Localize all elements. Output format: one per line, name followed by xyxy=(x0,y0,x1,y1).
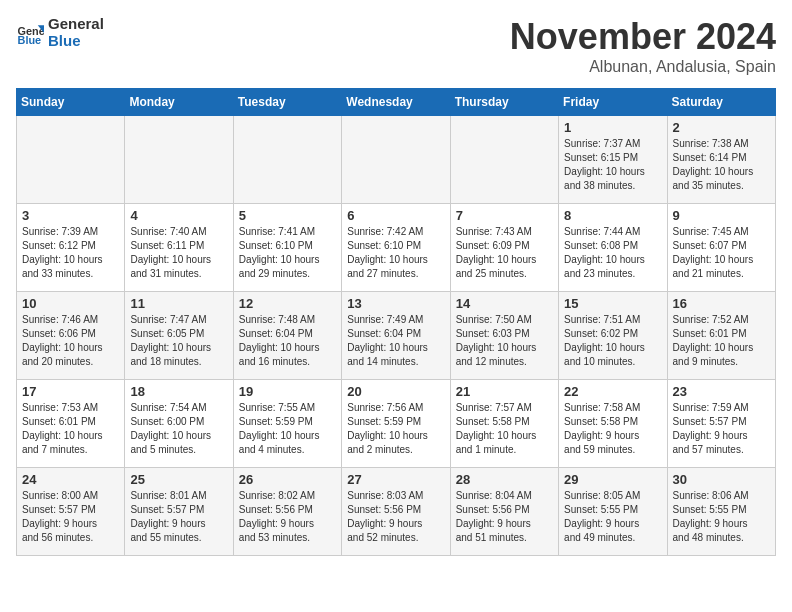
day-number: 23 xyxy=(673,384,770,399)
logo-icon: General Blue xyxy=(16,19,44,47)
day-number: 9 xyxy=(673,208,770,223)
day-info: Sunrise: 7:54 AM Sunset: 6:00 PM Dayligh… xyxy=(130,401,227,457)
calendar-cell: 15Sunrise: 7:51 AM Sunset: 6:02 PM Dayli… xyxy=(559,292,667,380)
day-info: Sunrise: 8:05 AM Sunset: 5:55 PM Dayligh… xyxy=(564,489,661,545)
day-info: Sunrise: 7:37 AM Sunset: 6:15 PM Dayligh… xyxy=(564,137,661,193)
day-number: 6 xyxy=(347,208,444,223)
day-number: 25 xyxy=(130,472,227,487)
calendar-cell: 30Sunrise: 8:06 AM Sunset: 5:55 PM Dayli… xyxy=(667,468,775,556)
calendar-cell: 2Sunrise: 7:38 AM Sunset: 6:14 PM Daylig… xyxy=(667,116,775,204)
calendar-cell xyxy=(342,116,450,204)
month-title: November 2024 xyxy=(510,16,776,58)
day-info: Sunrise: 7:57 AM Sunset: 5:58 PM Dayligh… xyxy=(456,401,553,457)
calendar-cell: 21Sunrise: 7:57 AM Sunset: 5:58 PM Dayli… xyxy=(450,380,558,468)
logo: General Blue General Blue xyxy=(16,16,104,49)
calendar-cell: 6Sunrise: 7:42 AM Sunset: 6:10 PM Daylig… xyxy=(342,204,450,292)
day-info: Sunrise: 7:38 AM Sunset: 6:14 PM Dayligh… xyxy=(673,137,770,193)
weekday-header-sunday: Sunday xyxy=(17,89,125,116)
day-info: Sunrise: 7:43 AM Sunset: 6:09 PM Dayligh… xyxy=(456,225,553,281)
calendar-cell xyxy=(233,116,341,204)
calendar-cell: 17Sunrise: 7:53 AM Sunset: 6:01 PM Dayli… xyxy=(17,380,125,468)
day-number: 8 xyxy=(564,208,661,223)
day-number: 26 xyxy=(239,472,336,487)
calendar-cell: 27Sunrise: 8:03 AM Sunset: 5:56 PM Dayli… xyxy=(342,468,450,556)
location-title: Albunan, Andalusia, Spain xyxy=(510,58,776,76)
day-info: Sunrise: 8:02 AM Sunset: 5:56 PM Dayligh… xyxy=(239,489,336,545)
day-info: Sunrise: 7:49 AM Sunset: 6:04 PM Dayligh… xyxy=(347,313,444,369)
weekday-header-saturday: Saturday xyxy=(667,89,775,116)
day-info: Sunrise: 7:41 AM Sunset: 6:10 PM Dayligh… xyxy=(239,225,336,281)
day-number: 5 xyxy=(239,208,336,223)
day-number: 17 xyxy=(22,384,119,399)
day-number: 20 xyxy=(347,384,444,399)
day-number: 21 xyxy=(456,384,553,399)
day-number: 28 xyxy=(456,472,553,487)
day-number: 4 xyxy=(130,208,227,223)
day-number: 11 xyxy=(130,296,227,311)
calendar-cell: 13Sunrise: 7:49 AM Sunset: 6:04 PM Dayli… xyxy=(342,292,450,380)
calendar-cell xyxy=(17,116,125,204)
calendar-cell: 18Sunrise: 7:54 AM Sunset: 6:00 PM Dayli… xyxy=(125,380,233,468)
day-number: 18 xyxy=(130,384,227,399)
title-area: November 2024 Albunan, Andalusia, Spain xyxy=(510,16,776,76)
calendar-cell xyxy=(450,116,558,204)
calendar-cell: 5Sunrise: 7:41 AM Sunset: 6:10 PM Daylig… xyxy=(233,204,341,292)
weekday-header-tuesday: Tuesday xyxy=(233,89,341,116)
day-info: Sunrise: 7:56 AM Sunset: 5:59 PM Dayligh… xyxy=(347,401,444,457)
calendar-cell: 14Sunrise: 7:50 AM Sunset: 6:03 PM Dayli… xyxy=(450,292,558,380)
day-number: 22 xyxy=(564,384,661,399)
day-info: Sunrise: 7:50 AM Sunset: 6:03 PM Dayligh… xyxy=(456,313,553,369)
day-info: Sunrise: 7:59 AM Sunset: 5:57 PM Dayligh… xyxy=(673,401,770,457)
weekday-header-friday: Friday xyxy=(559,89,667,116)
calendar-table: SundayMondayTuesdayWednesdayThursdayFrid… xyxy=(16,88,776,556)
day-number: 7 xyxy=(456,208,553,223)
day-info: Sunrise: 8:04 AM Sunset: 5:56 PM Dayligh… xyxy=(456,489,553,545)
day-info: Sunrise: 8:06 AM Sunset: 5:55 PM Dayligh… xyxy=(673,489,770,545)
calendar-cell xyxy=(125,116,233,204)
day-number: 12 xyxy=(239,296,336,311)
day-number: 2 xyxy=(673,120,770,135)
calendar-cell: 19Sunrise: 7:55 AM Sunset: 5:59 PM Dayli… xyxy=(233,380,341,468)
day-info: Sunrise: 7:58 AM Sunset: 5:58 PM Dayligh… xyxy=(564,401,661,457)
calendar-cell: 12Sunrise: 7:48 AM Sunset: 6:04 PM Dayli… xyxy=(233,292,341,380)
calendar-cell: 8Sunrise: 7:44 AM Sunset: 6:08 PM Daylig… xyxy=(559,204,667,292)
day-number: 3 xyxy=(22,208,119,223)
calendar-cell: 24Sunrise: 8:00 AM Sunset: 5:57 PM Dayli… xyxy=(17,468,125,556)
calendar-cell: 25Sunrise: 8:01 AM Sunset: 5:57 PM Dayli… xyxy=(125,468,233,556)
calendar-cell: 10Sunrise: 7:46 AM Sunset: 6:06 PM Dayli… xyxy=(17,292,125,380)
day-info: Sunrise: 7:40 AM Sunset: 6:11 PM Dayligh… xyxy=(130,225,227,281)
day-info: Sunrise: 8:01 AM Sunset: 5:57 PM Dayligh… xyxy=(130,489,227,545)
calendar-cell: 23Sunrise: 7:59 AM Sunset: 5:57 PM Dayli… xyxy=(667,380,775,468)
day-info: Sunrise: 7:39 AM Sunset: 6:12 PM Dayligh… xyxy=(22,225,119,281)
day-info: Sunrise: 7:53 AM Sunset: 6:01 PM Dayligh… xyxy=(22,401,119,457)
day-number: 16 xyxy=(673,296,770,311)
day-number: 24 xyxy=(22,472,119,487)
day-number: 15 xyxy=(564,296,661,311)
day-info: Sunrise: 8:03 AM Sunset: 5:56 PM Dayligh… xyxy=(347,489,444,545)
calendar-cell: 11Sunrise: 7:47 AM Sunset: 6:05 PM Dayli… xyxy=(125,292,233,380)
day-number: 19 xyxy=(239,384,336,399)
logo-line2: Blue xyxy=(48,33,104,50)
day-info: Sunrise: 7:52 AM Sunset: 6:01 PM Dayligh… xyxy=(673,313,770,369)
calendar-cell: 28Sunrise: 8:04 AM Sunset: 5:56 PM Dayli… xyxy=(450,468,558,556)
day-number: 10 xyxy=(22,296,119,311)
day-info: Sunrise: 7:45 AM Sunset: 6:07 PM Dayligh… xyxy=(673,225,770,281)
day-info: Sunrise: 7:46 AM Sunset: 6:06 PM Dayligh… xyxy=(22,313,119,369)
calendar-cell: 7Sunrise: 7:43 AM Sunset: 6:09 PM Daylig… xyxy=(450,204,558,292)
svg-text:Blue: Blue xyxy=(18,33,42,45)
calendar-cell: 20Sunrise: 7:56 AM Sunset: 5:59 PM Dayli… xyxy=(342,380,450,468)
day-info: Sunrise: 7:48 AM Sunset: 6:04 PM Dayligh… xyxy=(239,313,336,369)
calendar-cell: 16Sunrise: 7:52 AM Sunset: 6:01 PM Dayli… xyxy=(667,292,775,380)
day-number: 14 xyxy=(456,296,553,311)
day-info: Sunrise: 7:51 AM Sunset: 6:02 PM Dayligh… xyxy=(564,313,661,369)
weekday-header-wednesday: Wednesday xyxy=(342,89,450,116)
header: General Blue General Blue November 2024 … xyxy=(16,16,776,76)
day-number: 29 xyxy=(564,472,661,487)
day-info: Sunrise: 7:55 AM Sunset: 5:59 PM Dayligh… xyxy=(239,401,336,457)
day-number: 1 xyxy=(564,120,661,135)
weekday-header-thursday: Thursday xyxy=(450,89,558,116)
day-number: 13 xyxy=(347,296,444,311)
calendar-cell: 1Sunrise: 7:37 AM Sunset: 6:15 PM Daylig… xyxy=(559,116,667,204)
day-info: Sunrise: 7:44 AM Sunset: 6:08 PM Dayligh… xyxy=(564,225,661,281)
weekday-header-monday: Monday xyxy=(125,89,233,116)
